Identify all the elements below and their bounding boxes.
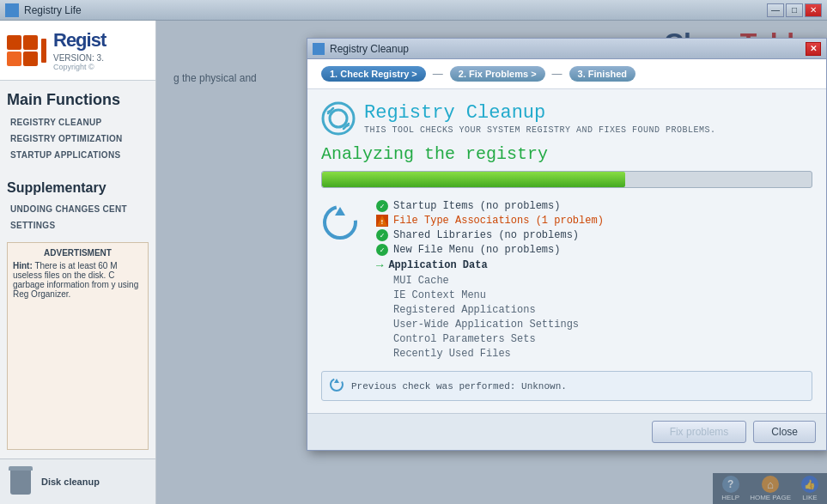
step-check-registry: 1. Check Registry > xyxy=(321,66,426,82)
sidebar-item-settings[interactable]: SETTINGS xyxy=(0,217,155,234)
modal-subheading: THIS TOOL CHECKS YOUR SYSTEM REGISTRY AN… xyxy=(364,125,716,135)
info-spinner-icon xyxy=(329,377,344,395)
result-startup: ✓ Startup Items (no problems) xyxy=(376,200,812,212)
result-regapps-text: Registered Applications xyxy=(376,304,536,316)
app-name: Regist xyxy=(53,29,106,52)
app-version: VERSION: 3. xyxy=(53,53,106,63)
modal-title-text: Registry Cleanup xyxy=(330,43,806,55)
modal-close-button[interactable]: Close xyxy=(753,421,816,443)
close-button[interactable]: ✕ xyxy=(805,3,822,17)
result-appdata-text: Application Data xyxy=(388,259,487,271)
result-libraries-text: Shared Libraries (no problems) xyxy=(393,229,579,241)
result-filemenu-text: New File Menu (no problems) xyxy=(393,244,560,256)
modal-steps: 1. Check Registry > — 2. Fix Problems > … xyxy=(307,59,826,89)
result-filetypes: ! File Type Associations (1 problem) xyxy=(376,215,812,227)
spinner-area xyxy=(321,200,362,362)
app-copyright: Copyright © xyxy=(53,63,106,71)
modal-overlay: Registry Cleanup ✕ 1. Check Registry > —… xyxy=(156,21,827,504)
warning-filetypes-icon: ! xyxy=(376,215,388,227)
result-muicache: MUI Cache xyxy=(376,275,812,287)
step-finished: 3. Finished xyxy=(569,66,635,82)
modal-title-icon xyxy=(313,43,325,55)
app-window: Registry Life — □ ✕ xyxy=(0,0,827,504)
trash-icon[interactable] xyxy=(7,466,34,497)
result-startup-text: Startup Items (no problems) xyxy=(393,200,560,212)
result-recentfiles: Recently Used Files xyxy=(376,348,812,360)
result-controlparams-text: Control Parameters Sets xyxy=(376,333,536,345)
sidebar-item-registry-optimization[interactable]: REGISTRY OPTIMIZATION xyxy=(0,131,155,147)
step-arrow-2: — xyxy=(552,68,562,80)
app-header: Regist VERSION: 3. Copyright © xyxy=(0,21,155,81)
main-functions-title: Main Functions xyxy=(0,81,155,114)
result-muicache-text: MUI Cache xyxy=(376,275,449,287)
title-bar: Registry Life — □ ✕ xyxy=(0,0,827,21)
progress-bar xyxy=(321,171,812,188)
sidebar: Regist VERSION: 3. Copyright © Main Func… xyxy=(0,21,156,504)
step-finished-pill: 3. Finished xyxy=(569,66,635,82)
minimize-button[interactable]: — xyxy=(767,3,784,17)
result-controlparams: Control Parameters Sets xyxy=(376,333,812,345)
result-regapps: Registered Applications xyxy=(376,304,812,316)
svg-text:!: ! xyxy=(380,218,385,226)
step-fix-problems: 2. Fix Problems > xyxy=(450,66,545,82)
step-check-pill: 1. Check Registry > xyxy=(321,66,426,82)
check-libraries-icon: ✓ xyxy=(376,229,388,241)
modal-body: Registry Cleanup THIS TOOL CHECKS YOUR S… xyxy=(307,89,826,413)
check-startup-icon: ✓ xyxy=(376,200,388,212)
modal-close-x-button[interactable]: ✕ xyxy=(806,42,821,56)
arrow-appdata-icon: → xyxy=(376,258,383,272)
analyzing-text: Analyzing the registry xyxy=(321,144,812,164)
advertisement-area: ADVERTISMENT Hint: There is at least 60 … xyxy=(7,242,149,450)
logo-row: Regist VERSION: 3. Copyright © xyxy=(7,29,149,71)
title-bar-text: Registry Life xyxy=(24,4,767,16)
step-arrow-1: — xyxy=(433,68,443,80)
modal-heading: Registry Cleanup xyxy=(364,102,716,124)
result-libraries: ✓ Shared Libraries (no problems) xyxy=(376,229,812,241)
app-content: Regist VERSION: 3. Copyright © Main Func… xyxy=(0,21,827,504)
result-userwide: User-Wide Application Settings xyxy=(376,319,812,331)
scan-results: ✓ Startup Items (no problems) ! xyxy=(321,200,812,362)
svg-marker-11 xyxy=(334,379,339,383)
modal-footer: Fix problems Close xyxy=(307,413,826,450)
result-filetypes-text: File Type Associations (1 problem) xyxy=(393,215,604,227)
svg-point-2 xyxy=(323,103,354,134)
ad-title: ADVERTISMENT xyxy=(13,248,143,258)
sidebar-item-registry-cleanup[interactable]: REGISTRY CLEANUP xyxy=(0,114,155,131)
result-recentfiles-text: Recently Used Files xyxy=(376,348,511,360)
maximize-button[interactable]: □ xyxy=(786,3,803,17)
supplementary-title: Supplementary xyxy=(0,170,155,201)
modal-logo-icon xyxy=(321,101,356,136)
svg-point-3 xyxy=(330,110,347,127)
result-userwide-text: User-Wide Application Settings xyxy=(376,319,579,331)
sidebar-item-startup-applications[interactable]: STARTUP APPLICATIONS xyxy=(0,147,155,163)
hint-label: Hint: xyxy=(13,261,33,270)
result-iecontext-text: IE Context Menu xyxy=(376,289,486,301)
window-controls: — □ ✕ xyxy=(767,3,822,17)
modal-header-text-area: Registry Cleanup THIS TOOL CHECKS YOUR S… xyxy=(364,102,716,135)
app-icon xyxy=(5,3,19,17)
registry-cleanup-modal: Registry Cleanup ✕ 1. Check Registry > —… xyxy=(307,38,827,451)
svg-rect-0 xyxy=(7,5,17,15)
step-fix-pill: 2. Fix Problems > xyxy=(450,66,545,82)
result-appdata: → Application Data xyxy=(376,258,812,272)
modal-title-bar: Registry Cleanup ✕ xyxy=(307,39,826,59)
check-filemenu-icon: ✓ xyxy=(376,244,388,256)
main-content: Chem Table software g the physical and e… xyxy=(156,21,827,504)
disk-cleanup-button[interactable]: Disk cleanup xyxy=(41,477,100,487)
info-text: Previous check was performed: Unknown. xyxy=(351,381,567,392)
svg-rect-1 xyxy=(314,45,323,53)
modal-header-row: Registry Cleanup THIS TOOL CHECKS YOUR S… xyxy=(321,101,812,136)
result-iecontext: IE Context Menu xyxy=(376,289,812,301)
result-filemenu: ✓ New File Menu (no problems) xyxy=(376,244,812,256)
sidebar-bottom: Disk cleanup xyxy=(0,458,155,504)
fix-problems-button[interactable]: Fix problems xyxy=(652,421,747,443)
progress-bar-fill xyxy=(322,172,625,187)
sidebar-item-undoing-changes[interactable]: UNDOING CHANGES CENT xyxy=(0,201,155,217)
info-row: Previous check was performed: Unknown. xyxy=(321,371,812,401)
results-list: ✓ Startup Items (no problems) ! xyxy=(376,200,812,362)
ad-hint: Hint: There is at least 60 M useless fil… xyxy=(13,261,143,299)
